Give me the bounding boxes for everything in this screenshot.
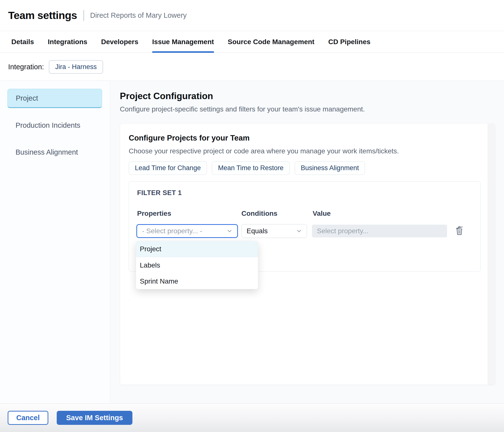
condition-select[interactable]: Equals	[241, 224, 307, 238]
sidebar-item-business-alignment[interactable]: Business Alignment	[16, 148, 78, 156]
save-im-settings-button[interactable]: Save IM Settings	[57, 411, 132, 425]
chevron-down-icon	[296, 228, 302, 234]
tab-integrations[interactable]: Integrations	[48, 31, 87, 53]
chip-lead-time-for-change[interactable]: Lead Time for Change	[129, 161, 207, 175]
metric-chips: Lead Time for Change Mean Time to Restor…	[129, 161, 365, 175]
sidebar-item-project[interactable]: Project	[7, 89, 102, 108]
settings-sidebar: Project Production Incidents Business Al…	[0, 81, 110, 403]
dropdown-option-project[interactable]: Project	[136, 241, 258, 257]
card-title: Configure Projects for your Team	[129, 134, 250, 143]
dropdown-option-sprint-name[interactable]: Sprint Name	[136, 273, 258, 289]
tab-source-code-management[interactable]: Source Code Management	[228, 31, 315, 53]
integration-label: Integration:	[8, 63, 44, 71]
page-subtitle: Direct Reports of Mary Lowery	[90, 11, 187, 19]
condition-select-value: Equals	[247, 227, 268, 235]
value-input[interactable]	[312, 225, 447, 237]
chip-mean-time-to-restore[interactable]: Mean Time to Restore	[212, 161, 290, 175]
tab-bar: Details Integrations Developers Issue Ma…	[0, 31, 504, 53]
integration-row: Integration: Jira - Harness	[0, 53, 504, 81]
cancel-button[interactable]: Cancel	[8, 411, 48, 425]
card-scrollbar-track[interactable]	[488, 124, 495, 385]
integration-chip[interactable]: Jira - Harness	[49, 60, 103, 74]
filter-set-title: FILTER SET 1	[137, 189, 182, 197]
card-description: Choose your respective project or code a…	[129, 147, 399, 155]
tab-cd-pipelines[interactable]: CD Pipelines	[328, 31, 370, 53]
property-select-placeholder: - Select property... -	[142, 227, 202, 235]
sidebar-item-production-incidents[interactable]: Production Incidents	[16, 121, 80, 129]
chip-business-alignment[interactable]: Business Alignment	[295, 161, 365, 175]
column-header-conditions: Conditions	[241, 210, 277, 217]
footer-action-bar: Cancel Save IM Settings	[0, 403, 504, 432]
delete-filter-button[interactable]	[452, 223, 467, 238]
page-header: Team settings Direct Reports of Mary Low…	[0, 0, 504, 31]
page-title: Team settings	[8, 9, 77, 21]
dropdown-option-labels[interactable]: Labels	[136, 257, 258, 273]
tab-details[interactable]: Details	[11, 31, 34, 53]
property-select[interactable]: - Select property... -	[136, 224, 238, 238]
team-settings-page: Team settings Direct Reports of Mary Low…	[0, 0, 504, 432]
tab-developers[interactable]: Developers	[101, 31, 138, 53]
property-dropdown-menu: Project Labels Sprint Name	[136, 241, 258, 289]
trash-icon	[454, 225, 464, 236]
chevron-down-icon	[226, 228, 233, 234]
column-header-value: Value	[313, 210, 331, 217]
column-header-properties: Properties	[137, 210, 171, 217]
section-description: Configure project-specific settings and …	[120, 105, 365, 113]
title-divider	[83, 10, 84, 21]
section-title: Project Configuration	[120, 91, 213, 101]
tab-issue-management[interactable]: Issue Management	[152, 31, 214, 53]
